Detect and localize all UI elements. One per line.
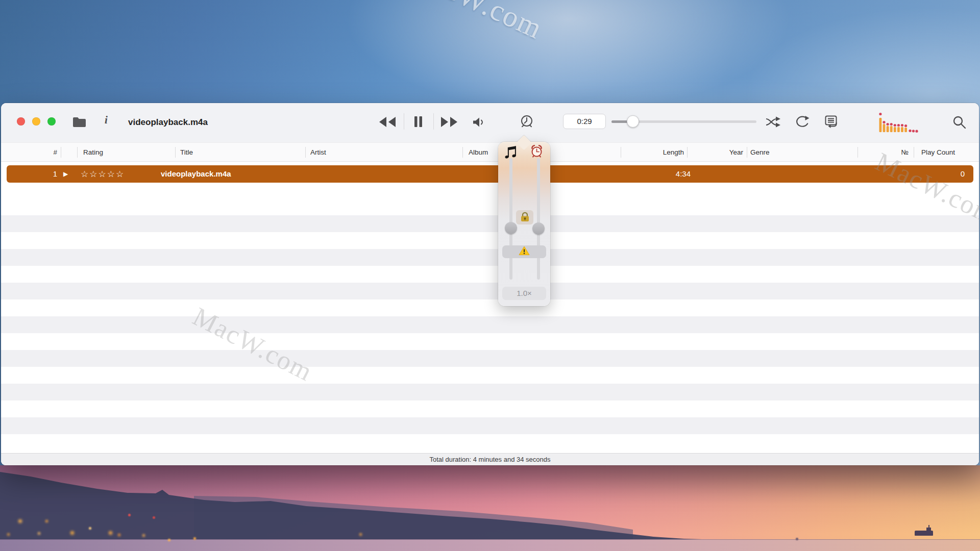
tempo-slider-thumb[interactable] — [532, 222, 545, 235]
desktop-wallpaper-sunset — [0, 465, 980, 551]
lock-toggle[interactable] — [516, 210, 533, 224]
column-resize-handle[interactable] — [305, 147, 306, 158]
lock-icon — [520, 211, 530, 224]
seek-slider[interactable] — [611, 114, 756, 129]
pause-icon — [414, 121, 423, 129]
column-resize-handle[interactable] — [61, 147, 61, 158]
speaker-icon — [473, 121, 485, 129]
rewind-icon — [378, 121, 396, 129]
info-icon: i — [105, 114, 108, 126]
warning-icon — [519, 246, 530, 258]
table-row[interactable]: 1 ▶ ☆☆☆☆☆ videoplayback.m4a 4:34 0 — [7, 165, 973, 183]
column-resize-handle[interactable] — [747, 147, 747, 158]
column-header-album[interactable]: Album — [469, 143, 488, 162]
fast-forward-button[interactable] — [440, 116, 459, 128]
pause-button[interactable] — [414, 116, 423, 128]
player-window: i videoplayback.m4a 0:29 — [1, 103, 979, 465]
minimize-button[interactable] — [32, 117, 40, 126]
folder-icon — [72, 121, 86, 129]
alarm-clock-icon — [530, 144, 544, 158]
repeat-icon — [795, 122, 810, 130]
row-length: 4:34 — [638, 165, 691, 183]
queue-button[interactable] — [823, 115, 839, 128]
fast-forward-icon — [440, 121, 459, 129]
column-header-length[interactable]: Length — [636, 143, 684, 162]
close-button[interactable] — [17, 117, 25, 126]
pitch-slider[interactable] — [509, 158, 512, 280]
speed-timer-icon — [520, 122, 534, 130]
repeat-button[interactable] — [795, 115, 810, 128]
playback-speed-button[interactable] — [520, 114, 534, 129]
search-button[interactable] — [952, 115, 966, 129]
seek-thumb[interactable] — [627, 115, 639, 128]
column-resize-handle[interactable] — [687, 147, 688, 158]
row-title: videoplayback.m4a — [161, 165, 231, 183]
column-resize-handle[interactable] — [621, 147, 621, 158]
playback-speed-popover: 1.0× — [498, 142, 550, 306]
shuffle-button[interactable] — [766, 116, 781, 128]
toolbar-separator — [433, 113, 434, 130]
column-header-play-count[interactable]: Play Count — [921, 143, 955, 162]
now-playing-icon: ▶ — [63, 165, 68, 183]
search-icon — [952, 123, 966, 131]
equalizer-icon — [879, 127, 919, 134]
open-file-button[interactable] — [72, 117, 86, 127]
pitch-slider-thumb[interactable] — [505, 222, 517, 234]
status-text: Total duration: 4 minutes and 34 seconds — [429, 456, 550, 463]
column-header-genre[interactable]: Genre — [750, 143, 770, 162]
elapsed-time[interactable]: 0:29 — [563, 114, 606, 129]
toolbar: i videoplayback.m4a 0:29 — [1, 103, 979, 142]
city-lights — [0, 465, 2, 467]
toolbar-separator — [404, 113, 404, 130]
column-header-title[interactable]: Title — [180, 143, 193, 162]
column-header-year[interactable]: Year — [702, 143, 743, 162]
row-number: 1 — [36, 165, 57, 183]
warning-banner — [502, 245, 546, 258]
column-resize-handle[interactable] — [462, 147, 463, 158]
column-header-number[interactable]: # — [36, 143, 57, 162]
equalizer-visualizer-button[interactable] — [879, 111, 919, 133]
empty-rows — [1, 215, 979, 441]
sea-water — [0, 539, 980, 551]
column-header-rating[interactable]: Rating — [83, 143, 103, 162]
column-resize-handle[interactable] — [914, 147, 914, 158]
shuffle-icon — [766, 121, 781, 129]
column-resize-handle[interactable] — [77, 147, 78, 158]
column-header-track-no[interactable]: № — [876, 143, 909, 162]
ship-silhouette — [915, 531, 933, 536]
track-info-button[interactable]: i — [105, 113, 108, 127]
rating-stars[interactable]: ☆☆☆☆☆ — [81, 165, 125, 183]
status-bar: Total duration: 4 minutes and 34 seconds — [1, 453, 979, 465]
track-list: 1 ▶ ☆☆☆☆☆ videoplayback.m4a 4:34 0 — [1, 162, 979, 453]
column-header-artist[interactable]: Artist — [310, 143, 326, 162]
music-note-icon — [504, 144, 517, 159]
column-resize-handle[interactable] — [857, 147, 858, 158]
column-resize-handle[interactable] — [175, 147, 176, 158]
table-header: # Rating Title Artist Album Length Year … — [1, 142, 979, 162]
window-title: videoplayback.m4a — [128, 116, 208, 129]
queue-icon — [823, 122, 839, 130]
volume-button[interactable] — [473, 117, 485, 128]
mountain-silhouette — [0, 465, 980, 551]
row-play-count: 0 — [927, 165, 965, 183]
speed-reset-button[interactable]: 1.0× — [502, 287, 546, 300]
tempo-slider[interactable] — [537, 158, 540, 280]
zoom-button[interactable] — [47, 117, 56, 126]
rewind-button[interactable] — [378, 116, 396, 128]
